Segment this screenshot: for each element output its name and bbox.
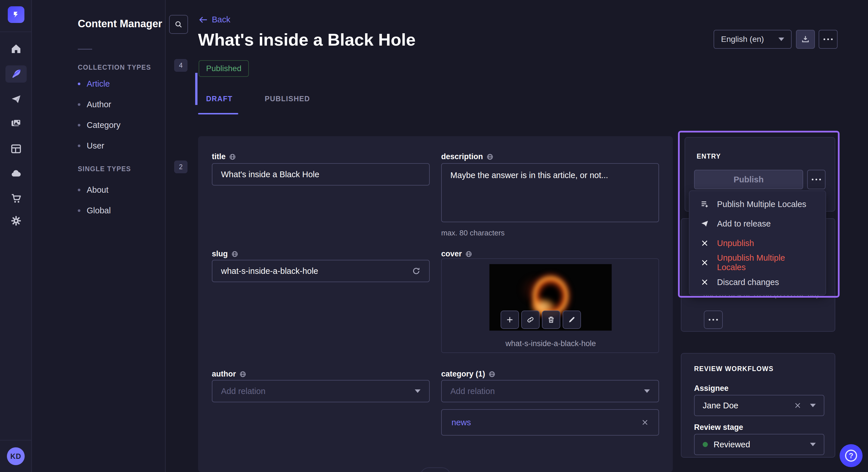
globe-icon (465, 250, 472, 258)
sidebar-item-label: About (87, 185, 108, 195)
add-media-button[interactable] (501, 310, 519, 329)
category-placeholder: Add relation (451, 386, 495, 396)
review-workflows-panel: REVIEW WORKFLOWS Assignee Jane Doe Revie… (681, 353, 835, 458)
feather-icon (10, 68, 22, 80)
bullet-icon (78, 144, 81, 147)
tab-active-underline (198, 113, 238, 114)
field-label-text: slug (212, 249, 228, 258)
bullet-icon (78, 103, 81, 106)
header-more-button[interactable] (818, 30, 838, 49)
paper-plane-icon (10, 94, 22, 105)
menu-item-label: Unpublish Multiple Locales (717, 253, 815, 272)
remove-tag-button[interactable] (641, 419, 649, 426)
menu-item-discard-changes[interactable]: Discard changes (689, 272, 826, 292)
sidebar-item-label: Author (87, 100, 111, 109)
globe-icon (239, 371, 246, 378)
field-label-text: author (212, 370, 236, 378)
category-tag-news[interactable]: news (452, 418, 471, 427)
rail-item-settings[interactable] (0, 212, 32, 230)
cross-icon (700, 278, 710, 286)
publish-button[interactable]: Publish (694, 170, 803, 189)
category-field-label: category (1) (441, 370, 495, 378)
author-relation-select[interactable]: Add relation (212, 380, 430, 402)
strapi-logo[interactable] (8, 6, 24, 23)
review-stage-select[interactable]: Reviewed (694, 434, 825, 455)
rail-item-media-library[interactable] (0, 114, 32, 133)
category-relation-select[interactable]: Add relation (441, 380, 659, 402)
sidebar-item-about[interactable]: About (78, 179, 187, 200)
sidebar-item-article[interactable]: Article (78, 73, 187, 94)
home-icon (10, 43, 22, 55)
field-label-text: cover (441, 249, 462, 258)
slug-field-label: slug (212, 249, 238, 258)
cross-icon (700, 239, 710, 247)
stage-status-dot (703, 442, 708, 447)
menu-item-add-to-release[interactable]: Add to release (689, 214, 826, 233)
more-icon (824, 38, 833, 40)
description-hint: max. 80 characters (441, 229, 505, 237)
bullet-icon (78, 124, 81, 127)
assignee-label: Assignee (694, 384, 728, 393)
scheduled-more-button[interactable] (704, 310, 723, 329)
menu-item-publish-multiple-locales[interactable]: Publish Multiple Locales (689, 194, 826, 214)
category-tag-row: news (441, 409, 659, 436)
delete-media-button[interactable] (542, 310, 560, 329)
regenerate-icon[interactable] (412, 267, 421, 275)
status-badge: Published (198, 60, 249, 77)
rail-item-deploy[interactable] (0, 164, 32, 183)
rail-item-home[interactable] (0, 40, 32, 58)
sidebar-item-global[interactable]: Global (78, 200, 187, 221)
rail-item-content-type-builder[interactable] (0, 140, 32, 158)
layout-icon (10, 143, 22, 155)
rail-item-marketplace[interactable] (0, 189, 32, 208)
slug-input[interactable]: what-s-inside-a-black-hole (212, 260, 430, 282)
help-button[interactable]: ? (840, 444, 863, 467)
title-input[interactable]: What's inside a Black Hole (212, 163, 430, 186)
title-field-label: title (212, 152, 236, 161)
title-input-value: What's inside a Black Hole (221, 170, 319, 179)
author-field-label: author (212, 370, 246, 378)
description-value: Maybe the answer is in this article, or … (451, 171, 608, 180)
collection-types-count-badge: 4 (174, 59, 187, 72)
chevron-down-icon (810, 404, 816, 407)
pencil-icon (568, 316, 576, 324)
globe-icon (231, 250, 238, 258)
locale-select[interactable]: English (en) (714, 30, 792, 49)
description-textarea[interactable]: Maybe the answer is in this article, or … (441, 163, 659, 222)
cover-actions (501, 310, 581, 329)
sidebar-item-author[interactable]: Author (78, 94, 187, 115)
arrow-left-icon (199, 16, 207, 23)
avatar[interactable]: KD (7, 447, 25, 465)
edit-media-button[interactable] (563, 310, 581, 329)
edit-form-card: title What's inside a Black Hole descrip… (198, 136, 673, 472)
nav-rail: KD (0, 0, 32, 472)
more-icon (709, 319, 718, 321)
more-icon (812, 179, 821, 180)
sidebar-item-label: User (87, 141, 104, 150)
description-field-label: description (441, 152, 493, 161)
cover-filename: what-s-inside-a-black-hole (442, 339, 660, 348)
assignee-select[interactable]: Jane Doe (694, 395, 825, 416)
tab-draft[interactable]: DRAFT (198, 95, 241, 103)
back-link[interactable]: Back (199, 15, 230, 24)
cloud-icon (10, 167, 22, 179)
sidebar-item-category[interactable]: Category (78, 115, 187, 135)
close-icon (641, 419, 649, 426)
sidebar-item-label: Global (87, 206, 111, 215)
tab-published[interactable]: PUBLISHED (257, 95, 318, 103)
sidebar-item-user[interactable]: User (78, 135, 187, 156)
section-single-types: SINGLE TYPES (78, 165, 131, 173)
entry-more-button[interactable] (807, 170, 826, 189)
collapsed-component-button[interactable] (420, 467, 451, 472)
slug-input-value: what-s-inside-a-black-hole (221, 266, 318, 276)
menu-item-unpublish[interactable]: Unpublish (689, 233, 826, 253)
clear-icon[interactable] (794, 402, 801, 409)
rail-item-content-manager[interactable] (0, 65, 32, 83)
menu-item-unpublish-multiple-locales[interactable]: Unpublish Multiple Locales (689, 253, 826, 272)
search-button[interactable] (169, 15, 188, 34)
copy-link-button[interactable] (521, 310, 539, 329)
menu-item-label: Add to release (717, 219, 771, 229)
download-button[interactable] (796, 30, 815, 49)
rail-item-releases[interactable] (0, 90, 32, 108)
download-icon (801, 35, 810, 43)
